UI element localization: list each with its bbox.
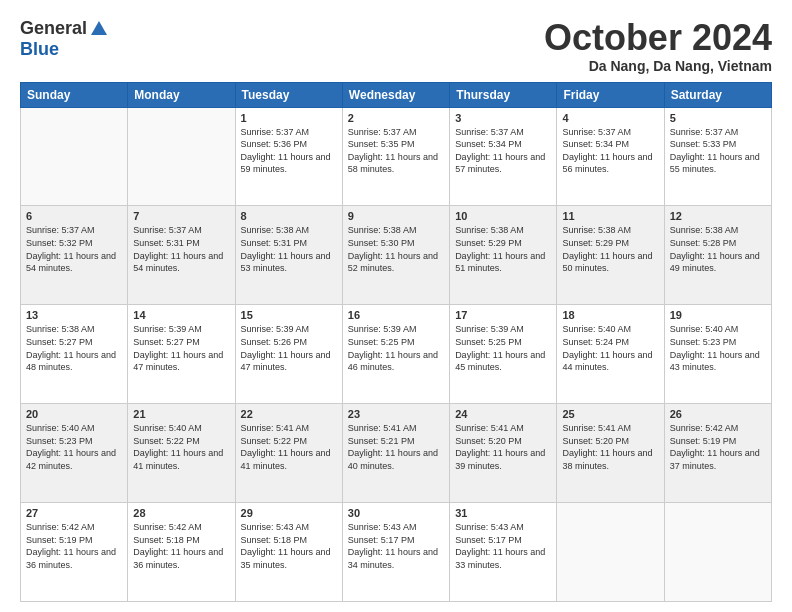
calendar-cell: 28Sunrise: 5:42 AMSunset: 5:18 PMDayligh… [128,503,235,602]
location: Da Nang, Da Nang, Vietnam [544,58,772,74]
calendar-cell: 20Sunrise: 5:40 AMSunset: 5:23 PMDayligh… [21,404,128,503]
day-number: 17 [455,309,551,321]
day-number: 23 [348,408,444,420]
day-info: Sunrise: 5:41 AMSunset: 5:20 PMDaylight:… [562,422,658,472]
day-info: Sunrise: 5:41 AMSunset: 5:20 PMDaylight:… [455,422,551,472]
svg-marker-0 [91,21,107,35]
day-number: 2 [348,112,444,124]
day-info: Sunrise: 5:40 AMSunset: 5:23 PMDaylight:… [670,323,766,373]
logo-general-text: General [20,18,87,39]
day-info: Sunrise: 5:37 AMSunset: 5:31 PMDaylight:… [133,224,229,274]
dow-header-thursday: Thursday [450,82,557,107]
day-number: 15 [241,309,337,321]
month-title: October 2024 [544,18,772,58]
logo-text: General [20,18,109,39]
day-number: 20 [26,408,122,420]
calendar-cell: 16Sunrise: 5:39 AMSunset: 5:25 PMDayligh… [342,305,449,404]
day-info: Sunrise: 5:38 AMSunset: 5:29 PMDaylight:… [455,224,551,274]
page: General Blue October 2024 Da Nang, Da Na… [0,0,792,612]
day-info: Sunrise: 5:40 AMSunset: 5:22 PMDaylight:… [133,422,229,472]
day-info: Sunrise: 5:38 AMSunset: 5:27 PMDaylight:… [26,323,122,373]
dow-header-saturday: Saturday [664,82,771,107]
day-info: Sunrise: 5:41 AMSunset: 5:22 PMDaylight:… [241,422,337,472]
calendar-cell: 23Sunrise: 5:41 AMSunset: 5:21 PMDayligh… [342,404,449,503]
calendar-cell [128,107,235,206]
calendar-cell: 2Sunrise: 5:37 AMSunset: 5:35 PMDaylight… [342,107,449,206]
day-info: Sunrise: 5:39 AMSunset: 5:26 PMDaylight:… [241,323,337,373]
day-number: 10 [455,210,551,222]
day-number: 6 [26,210,122,222]
calendar-cell [21,107,128,206]
day-number: 4 [562,112,658,124]
calendar-cell: 14Sunrise: 5:39 AMSunset: 5:27 PMDayligh… [128,305,235,404]
day-number: 19 [670,309,766,321]
day-number: 18 [562,309,658,321]
day-number: 26 [670,408,766,420]
day-info: Sunrise: 5:39 AMSunset: 5:25 PMDaylight:… [455,323,551,373]
day-info: Sunrise: 5:38 AMSunset: 5:31 PMDaylight:… [241,224,337,274]
day-number: 24 [455,408,551,420]
calendar-cell: 12Sunrise: 5:38 AMSunset: 5:28 PMDayligh… [664,206,771,305]
calendar-cell: 19Sunrise: 5:40 AMSunset: 5:23 PMDayligh… [664,305,771,404]
logo: General Blue [20,18,109,60]
day-info: Sunrise: 5:42 AMSunset: 5:18 PMDaylight:… [133,521,229,571]
calendar-cell: 1Sunrise: 5:37 AMSunset: 5:36 PMDaylight… [235,107,342,206]
day-number: 3 [455,112,551,124]
calendar: SundayMondayTuesdayWednesdayThursdayFrid… [20,82,772,602]
week-row-4: 20Sunrise: 5:40 AMSunset: 5:23 PMDayligh… [21,404,772,503]
week-row-5: 27Sunrise: 5:42 AMSunset: 5:19 PMDayligh… [21,503,772,602]
day-info: Sunrise: 5:38 AMSunset: 5:28 PMDaylight:… [670,224,766,274]
calendar-cell: 8Sunrise: 5:38 AMSunset: 5:31 PMDaylight… [235,206,342,305]
calendar-cell: 13Sunrise: 5:38 AMSunset: 5:27 PMDayligh… [21,305,128,404]
day-number: 1 [241,112,337,124]
day-info: Sunrise: 5:42 AMSunset: 5:19 PMDaylight:… [26,521,122,571]
day-info: Sunrise: 5:37 AMSunset: 5:33 PMDaylight:… [670,126,766,176]
day-info: Sunrise: 5:39 AMSunset: 5:27 PMDaylight:… [133,323,229,373]
dow-header-tuesday: Tuesday [235,82,342,107]
calendar-cell: 4Sunrise: 5:37 AMSunset: 5:34 PMDaylight… [557,107,664,206]
logo-icon [89,19,109,39]
day-number: 5 [670,112,766,124]
calendar-cell: 11Sunrise: 5:38 AMSunset: 5:29 PMDayligh… [557,206,664,305]
calendar-cell: 29Sunrise: 5:43 AMSunset: 5:18 PMDayligh… [235,503,342,602]
day-number: 8 [241,210,337,222]
header-right: October 2024 Da Nang, Da Nang, Vietnam [544,18,772,74]
calendar-cell: 22Sunrise: 5:41 AMSunset: 5:22 PMDayligh… [235,404,342,503]
day-info: Sunrise: 5:42 AMSunset: 5:19 PMDaylight:… [670,422,766,472]
day-number: 12 [670,210,766,222]
day-info: Sunrise: 5:39 AMSunset: 5:25 PMDaylight:… [348,323,444,373]
logo-blue-text: Blue [20,39,59,60]
day-number: 13 [26,309,122,321]
calendar-cell: 10Sunrise: 5:38 AMSunset: 5:29 PMDayligh… [450,206,557,305]
calendar-cell: 15Sunrise: 5:39 AMSunset: 5:26 PMDayligh… [235,305,342,404]
calendar-cell: 7Sunrise: 5:37 AMSunset: 5:31 PMDaylight… [128,206,235,305]
day-info: Sunrise: 5:38 AMSunset: 5:29 PMDaylight:… [562,224,658,274]
dow-header-wednesday: Wednesday [342,82,449,107]
day-number: 31 [455,507,551,519]
day-number: 21 [133,408,229,420]
day-number: 29 [241,507,337,519]
day-number: 9 [348,210,444,222]
calendar-cell: 21Sunrise: 5:40 AMSunset: 5:22 PMDayligh… [128,404,235,503]
day-info: Sunrise: 5:38 AMSunset: 5:30 PMDaylight:… [348,224,444,274]
calendar-cell [664,503,771,602]
calendar-cell: 31Sunrise: 5:43 AMSunset: 5:17 PMDayligh… [450,503,557,602]
calendar-cell: 6Sunrise: 5:37 AMSunset: 5:32 PMDaylight… [21,206,128,305]
day-info: Sunrise: 5:43 AMSunset: 5:17 PMDaylight:… [455,521,551,571]
day-info: Sunrise: 5:43 AMSunset: 5:17 PMDaylight:… [348,521,444,571]
calendar-cell: 30Sunrise: 5:43 AMSunset: 5:17 PMDayligh… [342,503,449,602]
day-number: 11 [562,210,658,222]
day-number: 16 [348,309,444,321]
day-number: 7 [133,210,229,222]
day-of-week-row: SundayMondayTuesdayWednesdayThursdayFrid… [21,82,772,107]
week-row-2: 6Sunrise: 5:37 AMSunset: 5:32 PMDaylight… [21,206,772,305]
day-info: Sunrise: 5:41 AMSunset: 5:21 PMDaylight:… [348,422,444,472]
day-info: Sunrise: 5:37 AMSunset: 5:32 PMDaylight:… [26,224,122,274]
calendar-cell: 3Sunrise: 5:37 AMSunset: 5:34 PMDaylight… [450,107,557,206]
day-info: Sunrise: 5:37 AMSunset: 5:34 PMDaylight:… [455,126,551,176]
day-number: 14 [133,309,229,321]
calendar-cell: 17Sunrise: 5:39 AMSunset: 5:25 PMDayligh… [450,305,557,404]
week-row-3: 13Sunrise: 5:38 AMSunset: 5:27 PMDayligh… [21,305,772,404]
day-info: Sunrise: 5:37 AMSunset: 5:35 PMDaylight:… [348,126,444,176]
day-number: 25 [562,408,658,420]
